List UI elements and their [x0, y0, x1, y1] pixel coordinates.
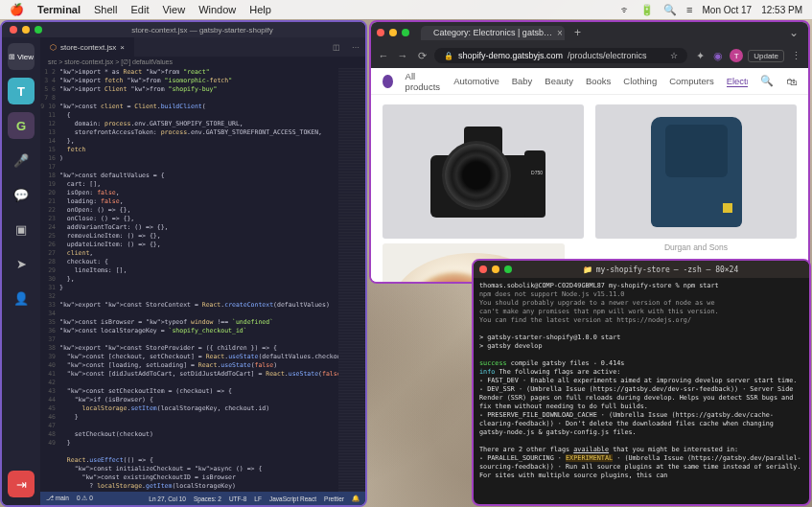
- search-icon[interactable]: 🔍: [760, 75, 774, 87]
- terminal-title-rest: — -zsh — 80×24: [674, 265, 738, 274]
- activity-bar: ⊞ View T G 🎤 💬 ▣ ➤ 👤 ⇥: [2, 37, 40, 505]
- status-cursor-position[interactable]: Ln 27, Col 10: [149, 495, 186, 502]
- product-vendor: Durgan and Sons: [595, 242, 797, 252]
- store-navigation: All products Automotive Baby Beauty Book…: [371, 68, 808, 95]
- url-host: shopify-demo.gatsbyjs.com: [458, 51, 563, 60]
- nav-electronics[interactable]: Electro: [727, 76, 748, 87]
- vscode-window-title: store-context.jsx — gatsby-starter-shopi…: [131, 26, 273, 35]
- code-content[interactable]: "kw">import * as React "kw">from "react"…: [59, 68, 338, 492]
- nav-automotive[interactable]: Automotive: [453, 76, 499, 86]
- vscode-window: store-context.jsx — gatsby-starter-shopi…: [0, 20, 367, 507]
- forward-button[interactable]: →: [396, 50, 409, 61]
- menubar-date[interactable]: Mon Oct 17: [702, 5, 752, 15]
- battery-icon[interactable]: 🔋: [640, 4, 654, 16]
- activity-person-icon[interactable]: 👤: [8, 285, 35, 311]
- menu-edit[interactable]: Edit: [131, 4, 150, 15]
- menu-help[interactable]: Help: [249, 4, 271, 15]
- activity-exit-icon[interactable]: ⇥: [8, 471, 35, 497]
- terminal-titlebar[interactable]: 📁 my-shopify-store — -zsh — 80×24: [474, 261, 809, 278]
- menubar-time[interactable]: 12:53 PM: [761, 5, 802, 15]
- grid-icon: ⊞: [9, 53, 15, 61]
- menu-icon[interactable]: ⋮: [789, 50, 802, 62]
- address-bar[interactable]: 🔒 shopify-demo.gatsbyjs.com/products/ele…: [434, 48, 687, 63]
- breadcrumb[interactable]: src > store-context.jsx > [∅] defaultVal…: [40, 57, 365, 68]
- menu-window[interactable]: Window: [198, 4, 236, 15]
- minimize-window-button[interactable]: [389, 29, 397, 36]
- minimize-window-button[interactable]: [492, 265, 499, 273]
- status-prettier[interactable]: Prettier: [324, 495, 344, 502]
- browser-viewport: All products Automotive Baby Beauty Book…: [371, 68, 808, 282]
- zoom-window-button[interactable]: [35, 26, 42, 34]
- more-actions-icon[interactable]: ⋯: [346, 43, 365, 52]
- gatsby-extension-icon[interactable]: ◉: [711, 50, 725, 62]
- menubar-app-name[interactable]: Terminal: [37, 4, 81, 15]
- new-tab-button[interactable]: +: [570, 26, 585, 39]
- macos-menubar: 🍎 Terminal Shell Edit View Window Help ᯤ…: [0, 0, 812, 19]
- apple-menu-icon[interactable]: 🍎: [10, 3, 24, 16]
- menu-view[interactable]: View: [162, 4, 185, 15]
- code-editor[interactable]: 1 2 3 4 5 6 7 8 9 10 11 12 13 14 15 16 1…: [40, 68, 365, 492]
- wifi-icon[interactable]: ᯤ: [620, 4, 631, 15]
- extensions-icon[interactable]: ✦: [693, 50, 707, 62]
- lock-icon[interactable]: 🔒: [444, 52, 453, 60]
- url-path: /products/electronics: [568, 51, 647, 60]
- split-editor-icon[interactable]: ◫: [327, 43, 346, 52]
- close-window-button[interactable]: [377, 29, 384, 36]
- activity-view-button[interactable]: ⊞ View: [8, 43, 35, 70]
- browser-tab-strip: Category: Electronics | gatsb… × + ⌄: [371, 22, 808, 43]
- nav-clothing[interactable]: Clothing: [623, 76, 657, 86]
- terminal-title-folder: my-shopify-store: [596, 265, 670, 274]
- nav-beauty[interactable]: Beauty: [545, 76, 573, 86]
- minimize-window-button[interactable]: [22, 26, 30, 34]
- minimap[interactable]: [338, 68, 365, 492]
- status-problems[interactable]: 0 ⚠ 0: [77, 495, 93, 502]
- activity-cursor-icon[interactable]: ➤: [8, 250, 35, 277]
- menu-shell[interactable]: Shell: [94, 4, 117, 15]
- update-button[interactable]: Update: [748, 50, 784, 62]
- browser-window: Category: Electronics | gatsb… × + ⌄ ← →…: [369, 20, 810, 284]
- reload-button[interactable]: ⟳: [415, 50, 429, 62]
- status-branch[interactable]: ⎇ main: [46, 495, 69, 502]
- nav-baby[interactable]: Baby: [512, 76, 533, 86]
- browser-tab-electronics[interactable]: Category: Electronics | gatsb… ×: [421, 26, 565, 40]
- activity-chat-icon[interactable]: 💬: [8, 181, 35, 208]
- status-eol[interactable]: LF: [254, 495, 262, 502]
- nav-books[interactable]: Books: [586, 76, 611, 86]
- activity-mic-icon[interactable]: 🎤: [8, 147, 35, 173]
- activity-profile-t[interactable]: T: [8, 78, 35, 104]
- cart-icon[interactable]: 🛍: [786, 76, 797, 87]
- product-image: [595, 104, 797, 239]
- terminal-output[interactable]: thomas.sobolik@COMP-C02D49GBML87 my-shop…: [474, 278, 809, 504]
- product-image: D750: [383, 104, 584, 239]
- zoom-window-button[interactable]: [504, 265, 512, 273]
- editor-tab-bar: ⬡ store-context.jsx × ◫ ⋯: [40, 37, 365, 57]
- product-card-backpack[interactable]: Durgan and Sons: [595, 104, 797, 273]
- jsx-file-icon: ⬡: [50, 43, 57, 52]
- tab-close-icon[interactable]: ×: [557, 28, 563, 38]
- nav-all-products[interactable]: All products: [406, 71, 442, 92]
- line-gutter: 1 2 3 4 5 6 7 8 9 10 11 12 13 14 15 16 1…: [40, 68, 59, 492]
- control-center-icon[interactable]: ≡: [686, 4, 692, 15]
- spotlight-icon[interactable]: 🔍: [663, 4, 677, 16]
- profile-avatar[interactable]: T: [730, 49, 743, 62]
- vscode-statusbar: ⎇ main 0 ⚠ 0 Ln 27, Col 10 Spaces: 2 UTF…: [40, 492, 365, 505]
- activity-cube-icon[interactable]: ▣: [8, 216, 35, 242]
- status-bell-icon[interactable]: 🔔: [352, 495, 360, 502]
- camera-model-label: D750: [531, 170, 543, 175]
- star-icon[interactable]: ☆: [670, 51, 678, 60]
- back-button[interactable]: ←: [377, 50, 390, 61]
- folder-icon: 📁: [583, 265, 592, 274]
- zoom-window-button[interactable]: [402, 29, 409, 36]
- nav-computers[interactable]: Computers: [669, 76, 713, 86]
- tab-close-icon[interactable]: ×: [120, 43, 125, 52]
- status-spaces[interactable]: Spaces: 2: [194, 495, 221, 502]
- close-window-button[interactable]: [479, 265, 487, 273]
- tab-overview-icon[interactable]: ⌄: [785, 26, 802, 39]
- editor-tab-store-context[interactable]: ⬡ store-context.jsx ×: [40, 37, 134, 57]
- status-encoding[interactable]: UTF-8: [229, 495, 246, 502]
- store-logo-icon[interactable]: [383, 75, 393, 88]
- status-language[interactable]: JavaScript React: [269, 495, 316, 502]
- vscode-titlebar[interactable]: store-context.jsx — gatsby-starter-shopi…: [2, 22, 365, 37]
- activity-gatsby-button[interactable]: G: [8, 112, 35, 139]
- close-window-button[interactable]: [10, 26, 17, 34]
